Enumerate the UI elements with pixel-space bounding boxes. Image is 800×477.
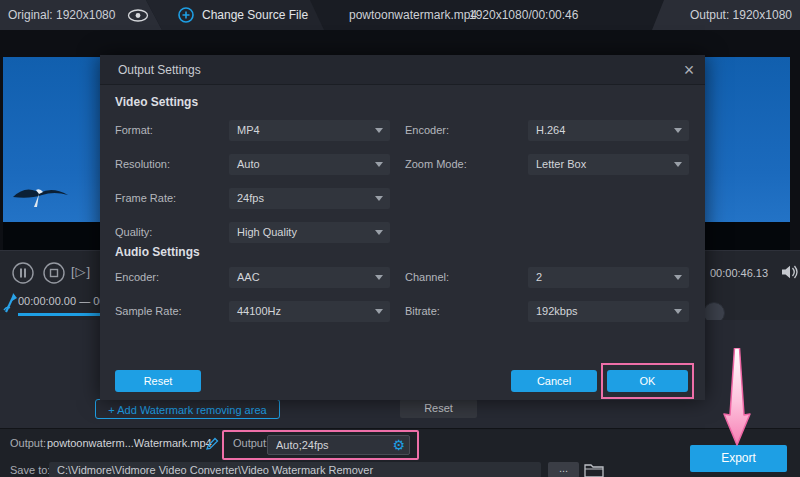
- resolution-label: Resolution:: [115, 154, 170, 175]
- video-encoder-label: Encoder:: [405, 120, 449, 141]
- watermark-brush-icon[interactable]: [3, 291, 18, 314]
- duration-label: 00:00:46.13: [710, 267, 768, 279]
- stop-button[interactable]: [43, 262, 65, 284]
- sample-rate-dropdown[interactable]: 44100Hz: [229, 301, 390, 322]
- profile-label: Output:: [233, 437, 269, 449]
- eye-icon[interactable]: [127, 9, 149, 22]
- folder-icon[interactable]: [584, 462, 604, 477]
- dialog-reset-button[interactable]: Reset: [115, 370, 201, 392]
- channel-label: Channel:: [405, 267, 449, 288]
- output-label: Output:: [10, 437, 46, 449]
- stop-icon: [43, 262, 65, 284]
- resolution-dropdown[interactable]: Auto: [229, 154, 390, 175]
- original-resolution-label: Original: 1920x1080: [8, 0, 115, 30]
- pause-button[interactable]: [12, 262, 34, 284]
- bird-image: [12, 180, 70, 210]
- audio-encoder-dropdown[interactable]: AAC: [229, 267, 390, 288]
- quality-label: Quality:: [115, 222, 152, 243]
- volume-icon[interactable]: [781, 265, 798, 279]
- add-icon[interactable]: [178, 7, 194, 23]
- zoom-mode-dropdown[interactable]: Letter Box: [528, 154, 689, 175]
- sample-rate-label: Sample Rate:: [115, 301, 182, 322]
- top-bar: Original: 1920x1080 Change Source File p…: [0, 0, 800, 30]
- add-watermark-area-button[interactable]: + Add Watermark removing area: [95, 399, 280, 419]
- chevron-down-icon: [375, 275, 383, 280]
- profile-value-input[interactable]: Auto;24fps ⚙: [267, 435, 410, 455]
- export-button[interactable]: Export: [690, 445, 787, 472]
- save-path-input[interactable]: C:\Vidmore\Vidmore Video Converter\Video…: [49, 462, 541, 477]
- format-label: Format:: [115, 120, 153, 141]
- chevron-down-icon: [375, 230, 383, 235]
- highlight-arrow: [719, 348, 755, 446]
- change-source-file-button[interactable]: Change Source File: [202, 0, 308, 30]
- bitrate-label: Bitrate:: [405, 301, 440, 322]
- output-filename-label: powtoonwaterm...Watermark.mp4: [47, 437, 212, 449]
- dialog-title: Output Settings: [118, 55, 201, 85]
- audio-settings-heading: Audio Settings: [115, 245, 200, 259]
- dialog-title-bar: Output Settings: [100, 55, 705, 85]
- bottom-bar: Output: powtoonwaterm...Watermark.mp4 Ou…: [0, 428, 800, 477]
- plus-icon: +: [108, 404, 114, 416]
- ok-highlight-box: [601, 363, 694, 399]
- gear-icon[interactable]: ⚙: [392, 436, 405, 454]
- chevron-down-icon: [674, 309, 682, 314]
- browse-button[interactable]: ...: [548, 462, 579, 477]
- video-encoder-dropdown[interactable]: H.264: [528, 120, 689, 141]
- quality-dropdown[interactable]: High Quality: [229, 222, 390, 243]
- audio-encoder-label: Encoder:: [115, 267, 159, 288]
- chevron-down-icon: [375, 309, 383, 314]
- segment-play-button[interactable]: [▷]: [71, 264, 91, 279]
- frame-rate-dropdown[interactable]: 24fps: [229, 188, 390, 209]
- chevron-down-icon: [674, 128, 682, 133]
- source-info-label: 1920x1080/00:00:46: [469, 0, 578, 30]
- source-filename-label: powtoonwatermark.mp4: [349, 0, 477, 30]
- output-resolution-label: Output: 1920x1080: [690, 0, 792, 30]
- channel-dropdown[interactable]: 2: [528, 267, 689, 288]
- zoom-mode-label: Zoom Mode:: [405, 154, 467, 175]
- app-window: Original: 1920x1080 Change Source File p…: [0, 0, 800, 477]
- chevron-down-icon: [375, 128, 383, 133]
- output-settings-dialog: Output Settings × Video Settings Format:…: [100, 55, 705, 400]
- cancel-button[interactable]: Cancel: [511, 370, 597, 392]
- chevron-down-icon: [375, 196, 383, 201]
- save-to-label: Save to:: [10, 464, 50, 476]
- video-settings-heading: Video Settings: [115, 95, 198, 109]
- bitrate-dropdown[interactable]: 192kbps: [528, 301, 689, 322]
- chevron-down-icon: [674, 162, 682, 167]
- chevron-down-icon: [375, 162, 383, 167]
- edit-icon[interactable]: [205, 437, 219, 451]
- frame-rate-label: Frame Rate:: [115, 188, 176, 209]
- format-dropdown[interactable]: MP4: [229, 120, 390, 141]
- pause-icon: [12, 262, 34, 284]
- close-icon[interactable]: ×: [676, 57, 702, 83]
- chevron-down-icon: [674, 275, 682, 280]
- panel-reset-button[interactable]: Reset: [400, 399, 477, 418]
